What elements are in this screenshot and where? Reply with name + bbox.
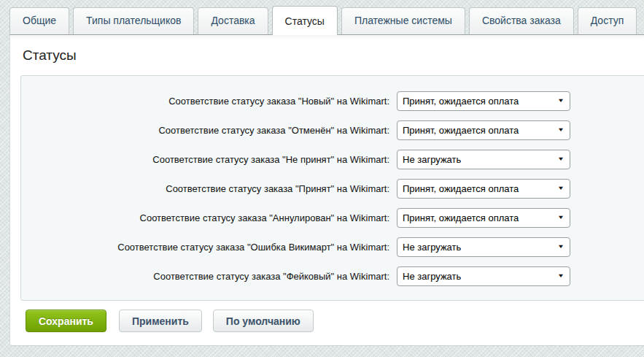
apply-button[interactable]: Применить [119,310,202,332]
status-select-wrap: Не загружать ▼ [397,266,570,286]
status-select-wrap: Принят, ожидается оплата ▼ [397,208,570,228]
form-row: Соответствие статусу заказа "Ошибка Вики… [21,232,644,261]
status-select-wikimart-error[interactable]: Не загружать [397,237,570,257]
defaults-button[interactable]: По умолчанию [213,310,314,332]
form-actions: Сохранить Применить По умолчанию [26,310,644,332]
status-select-wrap: Принят, ожидается оплата ▼ [397,120,570,140]
status-mapping-label-cancelled: Соответствие статусу заказа "Отменён" на… [21,125,397,136]
main-panel: Статусы Соответствие статусу заказа "Нов… [9,34,644,346]
status-mapping-form: Соответствие статусу заказа "Новый" на W… [20,75,644,301]
status-select-wrap: Не загружать ▼ [397,150,570,169]
form-row: Соответствие статусу заказа "Фейковый" н… [21,261,644,291]
settings-tabbar: Общие Типы плательщиков Доставка Статусы… [0,0,644,34]
status-mapping-label-accepted: Соответствие статусу заказа "Принят" на … [21,183,397,194]
status-select-wrap: Не загружать ▼ [397,237,570,257]
tab-order-properties[interactable]: Свойства заказа [469,7,574,34]
tab-access[interactable]: Доступ [578,7,637,34]
form-row: Соответствие статусу заказа "Не принят" … [21,145,644,174]
save-button[interactable]: Сохранить [26,310,106,332]
tab-payment-systems[interactable]: Платежные системы [341,7,465,34]
status-mapping-label-not-accepted: Соответствие статусу заказа "Не принят" … [21,154,397,165]
form-row: Соответствие статусу заказа "Аннулирован… [21,203,644,232]
status-select-wrap: Принят, ожидается оплата ▼ [397,91,570,111]
status-select-fake[interactable]: Не загружать [397,266,570,286]
status-select-not-accepted[interactable]: Не загружать [397,150,570,169]
status-mapping-label-annulled: Соответствие статусу заказа "Аннулирован… [21,212,397,223]
tab-delivery[interactable]: Доставка [198,7,268,34]
status-mapping-label-fake: Соответствие статусу заказа "Фейковый" н… [21,271,397,282]
status-mapping-label-wikimart-error: Соответствие статусу заказа "Ошибка Вики… [21,242,397,253]
status-select-annulled[interactable]: Принят, ожидается оплата [397,208,570,228]
status-mapping-label-new: Соответствие статусу заказа "Новый" на W… [21,96,397,107]
form-row: Соответствие статусу заказа "Новый" на W… [21,86,644,115]
page-title: Статусы [20,35,644,75]
form-row: Соответствие статусу заказа "Отменён" на… [21,115,644,145]
form-row: Соответствие статусу заказа "Принят" на … [21,174,644,203]
status-select-wrap: Принят, ожидается оплата ▼ [397,179,570,199]
tab-payer-types[interactable]: Типы плательщиков [73,7,194,34]
tab-general[interactable]: Общие [9,7,69,34]
status-select-cancelled[interactable]: Принят, ожидается оплата [397,120,570,140]
status-select-new[interactable]: Принят, ожидается оплата [397,91,570,111]
status-select-accepted[interactable]: Принят, ожидается оплата [397,179,570,199]
tab-statuses[interactable]: Статусы [272,6,338,35]
